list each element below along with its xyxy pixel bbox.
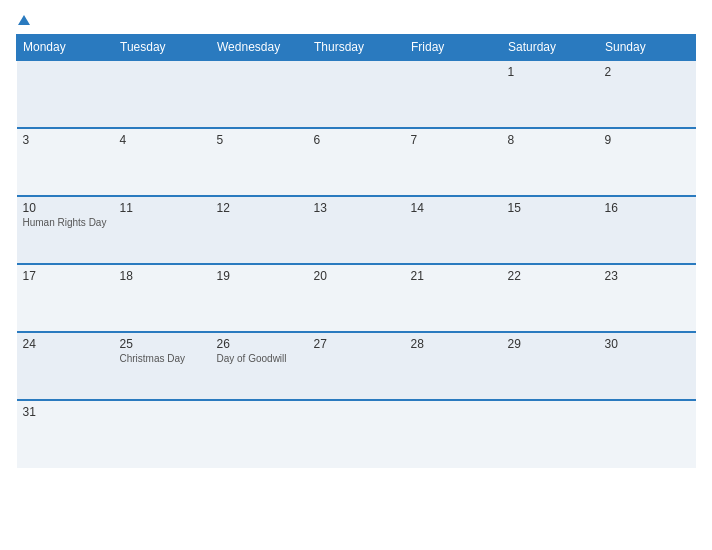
calendar-cell: 22 bbox=[502, 264, 599, 332]
day-number: 11 bbox=[120, 201, 205, 215]
calendar-cell bbox=[308, 400, 405, 468]
weekday-header-monday: Monday bbox=[17, 35, 114, 61]
calendar-cell: 20 bbox=[308, 264, 405, 332]
calendar-cell: 11 bbox=[114, 196, 211, 264]
day-number: 30 bbox=[605, 337, 690, 351]
calendar-header-row: MondayTuesdayWednesdayThursdayFridaySatu… bbox=[17, 35, 696, 61]
day-number: 9 bbox=[605, 133, 690, 147]
calendar-cell: 13 bbox=[308, 196, 405, 264]
calendar-cell: 6 bbox=[308, 128, 405, 196]
calendar-cell: 15 bbox=[502, 196, 599, 264]
calendar-page: MondayTuesdayWednesdayThursdayFridaySatu… bbox=[0, 0, 712, 550]
holiday-label: Christmas Day bbox=[120, 353, 205, 364]
calendar-week-row: 17181920212223 bbox=[17, 264, 696, 332]
calendar-cell: 26Day of Goodwill bbox=[211, 332, 308, 400]
day-number: 26 bbox=[217, 337, 302, 351]
calendar-cell: 27 bbox=[308, 332, 405, 400]
day-number: 10 bbox=[23, 201, 108, 215]
day-number: 12 bbox=[217, 201, 302, 215]
day-number: 2 bbox=[605, 65, 690, 79]
calendar-cell: 8 bbox=[502, 128, 599, 196]
calendar-week-row: 3456789 bbox=[17, 128, 696, 196]
day-number: 16 bbox=[605, 201, 690, 215]
calendar-cell: 4 bbox=[114, 128, 211, 196]
weekday-header-thursday: Thursday bbox=[308, 35, 405, 61]
calendar-cell: 16 bbox=[599, 196, 696, 264]
day-number: 7 bbox=[411, 133, 496, 147]
calendar-cell: 12 bbox=[211, 196, 308, 264]
calendar-cell: 29 bbox=[502, 332, 599, 400]
calendar-cell: 1 bbox=[502, 60, 599, 128]
day-number: 8 bbox=[508, 133, 593, 147]
day-number: 24 bbox=[23, 337, 108, 351]
calendar-cell bbox=[17, 60, 114, 128]
day-number: 25 bbox=[120, 337, 205, 351]
calendar-cell bbox=[405, 60, 502, 128]
calendar-week-row: 31 bbox=[17, 400, 696, 468]
weekday-header-tuesday: Tuesday bbox=[114, 35, 211, 61]
calendar-week-row: 12 bbox=[17, 60, 696, 128]
day-number: 18 bbox=[120, 269, 205, 283]
weekday-header-friday: Friday bbox=[405, 35, 502, 61]
day-number: 27 bbox=[314, 337, 399, 351]
calendar-cell: 17 bbox=[17, 264, 114, 332]
weekday-header-sunday: Sunday bbox=[599, 35, 696, 61]
calendar-cell: 30 bbox=[599, 332, 696, 400]
calendar-cell bbox=[114, 60, 211, 128]
day-number: 3 bbox=[23, 133, 108, 147]
calendar-cell bbox=[114, 400, 211, 468]
logo bbox=[16, 12, 30, 26]
weekday-header-saturday: Saturday bbox=[502, 35, 599, 61]
calendar-table: MondayTuesdayWednesdayThursdayFridaySatu… bbox=[16, 34, 696, 468]
calendar-body: 12345678910Human Rights Day1112131415161… bbox=[17, 60, 696, 468]
calendar-cell: 28 bbox=[405, 332, 502, 400]
calendar-cell bbox=[308, 60, 405, 128]
calendar-cell: 14 bbox=[405, 196, 502, 264]
day-number: 6 bbox=[314, 133, 399, 147]
day-number: 19 bbox=[217, 269, 302, 283]
weekday-header-wednesday: Wednesday bbox=[211, 35, 308, 61]
calendar-cell bbox=[211, 400, 308, 468]
day-number: 1 bbox=[508, 65, 593, 79]
day-number: 31 bbox=[23, 405, 108, 419]
calendar-cell bbox=[502, 400, 599, 468]
day-number: 17 bbox=[23, 269, 108, 283]
day-number: 29 bbox=[508, 337, 593, 351]
calendar-cell: 19 bbox=[211, 264, 308, 332]
calendar-cell: 25Christmas Day bbox=[114, 332, 211, 400]
day-number: 4 bbox=[120, 133, 205, 147]
calendar-cell: 2 bbox=[599, 60, 696, 128]
holiday-label: Day of Goodwill bbox=[217, 353, 302, 364]
day-number: 5 bbox=[217, 133, 302, 147]
day-number: 23 bbox=[605, 269, 690, 283]
day-number: 13 bbox=[314, 201, 399, 215]
calendar-cell: 21 bbox=[405, 264, 502, 332]
day-number: 22 bbox=[508, 269, 593, 283]
weekday-row: MondayTuesdayWednesdayThursdayFridaySatu… bbox=[17, 35, 696, 61]
holiday-label: Human Rights Day bbox=[23, 217, 108, 228]
calendar-week-row: 2425Christmas Day26Day of Goodwill272829… bbox=[17, 332, 696, 400]
day-number: 15 bbox=[508, 201, 593, 215]
day-number: 14 bbox=[411, 201, 496, 215]
day-number: 28 bbox=[411, 337, 496, 351]
logo-text bbox=[16, 12, 30, 26]
logo-triangle-icon bbox=[18, 15, 30, 25]
calendar-cell: 23 bbox=[599, 264, 696, 332]
calendar-cell bbox=[599, 400, 696, 468]
calendar-cell bbox=[405, 400, 502, 468]
calendar-cell bbox=[211, 60, 308, 128]
calendar-cell: 5 bbox=[211, 128, 308, 196]
calendar-cell: 24 bbox=[17, 332, 114, 400]
calendar-cell: 7 bbox=[405, 128, 502, 196]
calendar-cell: 9 bbox=[599, 128, 696, 196]
calendar-cell: 18 bbox=[114, 264, 211, 332]
day-number: 20 bbox=[314, 269, 399, 283]
calendar-header bbox=[16, 12, 696, 26]
calendar-cell: 3 bbox=[17, 128, 114, 196]
calendar-week-row: 10Human Rights Day111213141516 bbox=[17, 196, 696, 264]
day-number: 21 bbox=[411, 269, 496, 283]
calendar-cell: 31 bbox=[17, 400, 114, 468]
calendar-cell: 10Human Rights Day bbox=[17, 196, 114, 264]
